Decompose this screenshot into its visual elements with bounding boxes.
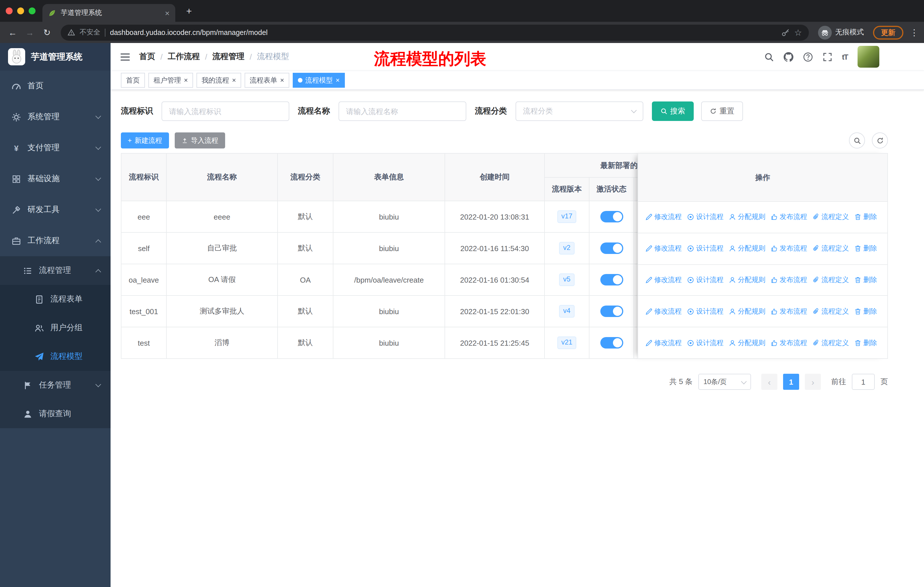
sidebar-item-leave-query[interactable]: 请假查询	[0, 400, 111, 428]
refresh-table-button[interactable]	[872, 132, 888, 149]
version-badge[interactable]: v5	[559, 273, 574, 286]
back-button[interactable]: ←	[5, 24, 21, 40]
category-select[interactable]: 流程分类	[516, 101, 643, 121]
action-delete[interactable]: 删除	[854, 275, 877, 285]
version-badge[interactable]: v21	[558, 336, 577, 349]
address-bar[interactable]: 不安全 dashboard.yudao.iocoder.cn/bpm/manag…	[61, 24, 809, 40]
create-process-button[interactable]: + 新建流程	[121, 132, 169, 149]
process-key-input[interactable]	[162, 101, 289, 121]
url-text[interactable]: dashboard.yudao.iocoder.cn/bpm/manager/m…	[110, 28, 777, 36]
action-publish-process[interactable]: 发布流程	[771, 212, 807, 222]
active-toggle[interactable]	[600, 306, 623, 317]
form-link[interactable]: biubiu	[333, 327, 445, 359]
next-page-button[interactable]: ›	[805, 374, 821, 390]
active-toggle[interactable]	[600, 211, 623, 222]
action-edit-process[interactable]: 修改流程	[645, 212, 682, 222]
action-edit-process[interactable]: 修改流程	[645, 307, 682, 316]
window-zoom-button[interactable]	[29, 7, 36, 14]
version-badge[interactable]: v17	[558, 210, 577, 223]
current-page-button[interactable]: 1	[783, 374, 799, 390]
breadcrumb-item[interactable]: 工作流程	[168, 51, 200, 62]
sidebar-item-system-management[interactable]: 系统管理	[0, 101, 111, 132]
sidebar-item-user-group[interactable]: 用户分组	[0, 314, 111, 342]
process-name-link[interactable]: 滔博	[167, 327, 277, 359]
process-name-link[interactable]: 自己审批	[167, 232, 277, 264]
active-toggle[interactable]	[600, 243, 623, 254]
hamburger-icon[interactable]	[120, 51, 130, 62]
tag-process-form[interactable]: 流程表单×	[244, 73, 289, 88]
fullscreen-icon[interactable]	[822, 52, 832, 62]
action-process-definition[interactable]: 流程定义	[812, 338, 849, 348]
action-design-process[interactable]: 设计流程	[687, 244, 723, 253]
action-process-definition[interactable]: 流程定义	[812, 275, 849, 285]
action-delete[interactable]: 删除	[854, 338, 877, 348]
form-link[interactable]: biubiu	[333, 232, 445, 264]
password-key-icon[interactable]	[781, 28, 790, 37]
search-icon[interactable]	[764, 52, 774, 62]
sidebar-item-home[interactable]: 首页	[0, 71, 111, 101]
process-name-link[interactable]: eeee	[167, 201, 277, 232]
help-icon[interactable]	[803, 52, 813, 62]
active-toggle[interactable]	[600, 337, 623, 349]
action-process-definition[interactable]: 流程定义	[812, 307, 849, 316]
action-design-process[interactable]: 设计流程	[687, 307, 723, 316]
action-delete[interactable]: 删除	[854, 212, 877, 222]
tab-close-icon[interactable]: ×	[165, 9, 170, 17]
window-close-button[interactable]	[6, 7, 13, 14]
action-assign-rule[interactable]: 分配规则	[729, 244, 765, 253]
process-name-input[interactable]	[338, 101, 466, 121]
search-button[interactable]: 搜索	[652, 101, 694, 121]
process-name-link[interactable]: OA 请假	[167, 264, 277, 296]
tag-home[interactable]: 首页	[121, 73, 145, 88]
sidebar-item-process-management[interactable]: 流程管理	[0, 256, 111, 285]
form-link[interactable]: biubiu	[333, 296, 445, 327]
version-badge[interactable]: v2	[559, 242, 574, 254]
action-assign-rule[interactable]: 分配规则	[729, 212, 765, 222]
action-delete[interactable]: 删除	[854, 244, 877, 253]
avatar[interactable]	[858, 46, 879, 68]
sidebar-item-payment-management[interactable]: 支付管理	[0, 132, 111, 164]
version-badge[interactable]: v4	[559, 305, 574, 317]
action-process-definition[interactable]: 流程定义	[812, 212, 849, 222]
font-size-icon[interactable]: tT	[842, 53, 848, 61]
close-icon[interactable]: ×	[232, 77, 236, 84]
breadcrumb-item[interactable]: 流程管理	[213, 51, 244, 62]
app-logo[interactable]: 芋道管理系统	[0, 43, 111, 71]
reset-button[interactable]: 重置	[701, 101, 743, 121]
action-delete[interactable]: 删除	[854, 307, 877, 316]
security-warning-icon[interactable]	[68, 29, 75, 36]
github-icon[interactable]	[784, 52, 793, 62]
reload-button[interactable]: ↻	[39, 24, 55, 40]
breadcrumb-item[interactable]: 首页	[139, 51, 155, 62]
bookmark-star-icon[interactable]: ☆	[794, 27, 802, 38]
sidebar-item-process-form[interactable]: 流程表单	[0, 285, 111, 314]
process-name-link[interactable]: 测试多审批人	[167, 296, 277, 327]
action-publish-process[interactable]: 发布流程	[771, 244, 807, 253]
sidebar-item-dev-tools[interactable]: 研发工具	[0, 194, 111, 225]
browser-tab[interactable]: 芋道管理系统 ×	[42, 4, 175, 22]
active-toggle[interactable]	[600, 274, 623, 286]
action-design-process[interactable]: 设计流程	[687, 338, 723, 348]
tag-tenant-management[interactable]: 租户管理×	[148, 73, 193, 88]
close-icon[interactable]: ×	[280, 77, 284, 84]
action-publish-process[interactable]: 发布流程	[771, 307, 807, 316]
close-icon[interactable]: ×	[336, 77, 340, 84]
browser-menu-icon[interactable]: ⋮	[909, 27, 919, 38]
toggle-search-button[interactable]	[849, 132, 865, 149]
close-icon[interactable]: ×	[184, 77, 188, 84]
tag-my-process[interactable]: 我的流程×	[196, 73, 241, 88]
action-edit-process[interactable]: 修改流程	[645, 244, 682, 253]
action-assign-rule[interactable]: 分配规则	[729, 307, 765, 316]
action-assign-rule[interactable]: 分配规则	[729, 338, 765, 348]
action-edit-process[interactable]: 修改流程	[645, 338, 682, 348]
action-edit-process[interactable]: 修改流程	[645, 275, 682, 285]
page-size-select[interactable]: 10条/页	[698, 374, 751, 390]
chrome-update-button[interactable]: 更新	[873, 25, 903, 39]
action-assign-rule[interactable]: 分配规则	[729, 275, 765, 285]
action-design-process[interactable]: 设计流程	[687, 275, 723, 285]
goto-page-input[interactable]	[852, 374, 875, 390]
sidebar-item-infrastructure[interactable]: 基础设施	[0, 164, 111, 194]
form-link[interactable]: /bpm/oa/leave/create	[333, 264, 445, 296]
import-process-button[interactable]: 导入流程	[175, 132, 225, 149]
window-minimize-button[interactable]	[17, 7, 24, 14]
